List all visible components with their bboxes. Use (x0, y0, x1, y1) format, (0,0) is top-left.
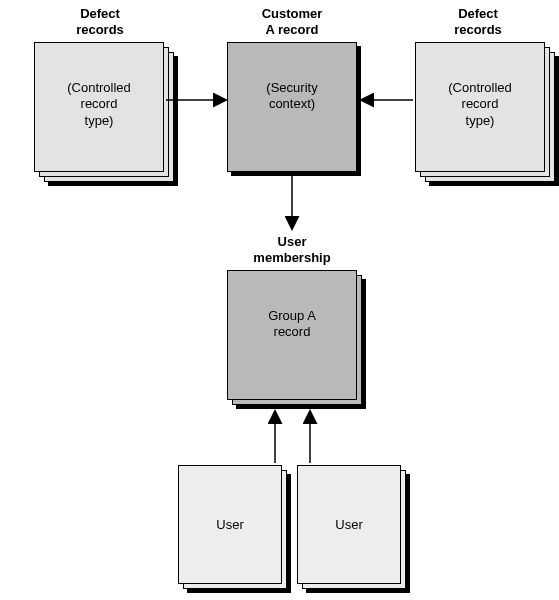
heading-user-membership: Usermembership (232, 234, 352, 265)
box-defect-left-label: (Controlledrecordtype) (34, 80, 164, 129)
box-user-right: User (297, 465, 411, 594)
heading-defect-left: Defectrecords (40, 6, 160, 37)
box-customer: (Securitycontext) (227, 42, 362, 177)
box-defect-right: (Controlledrecordtype) (415, 42, 559, 186)
box-customer-label: (Securitycontext) (227, 80, 357, 113)
heading-defect-left-text: Defectrecords (76, 6, 124, 37)
heading-defect-right-text: Defectrecords (454, 6, 502, 37)
box-defect-right-label: (Controlledrecordtype) (415, 80, 545, 129)
box-user-left-label: User (178, 517, 282, 533)
box-defect-left: (Controlledrecordtype) (34, 42, 178, 186)
heading-defect-right: Defectrecords (418, 6, 538, 37)
box-group-label: Group Arecord (227, 308, 357, 341)
box-user-right-label: User (297, 517, 401, 533)
heading-customer-text: CustomerA record (262, 6, 323, 37)
box-user-left: User (178, 465, 292, 594)
heading-user-membership-text: Usermembership (253, 234, 330, 265)
box-group: Group Arecord (227, 270, 367, 410)
heading-customer: CustomerA record (232, 6, 352, 37)
